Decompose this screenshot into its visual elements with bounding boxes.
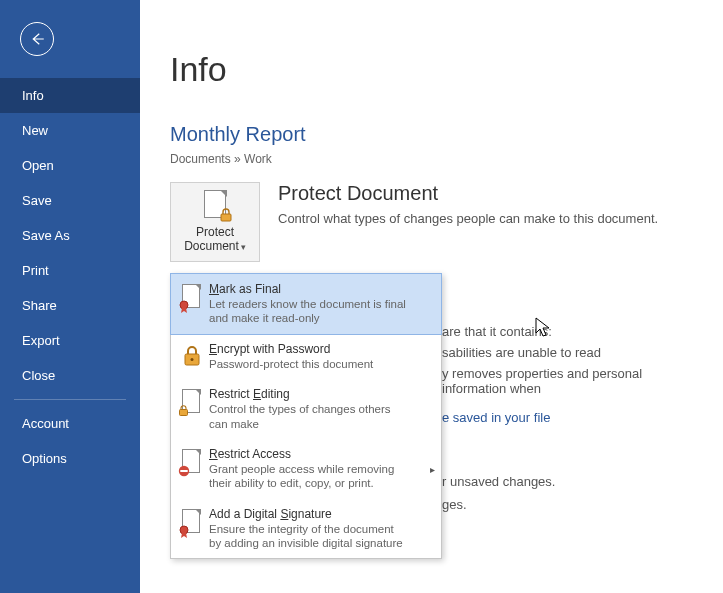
main-panel: Info Monthly Report Documents » Work Pro… bbox=[140, 0, 723, 593]
versions-line-1: r unsaved changes. bbox=[442, 474, 693, 489]
protect-section-body: Protect Document Control what types of c… bbox=[260, 182, 658, 226]
menu-item-desc: Grant people access while removing their… bbox=[209, 462, 409, 491]
nav-label: Info bbox=[22, 88, 44, 103]
nav-label: Close bbox=[22, 368, 55, 383]
nav-label: Save bbox=[22, 193, 52, 208]
protect-subtext: Control what types of changes people can… bbox=[278, 211, 658, 226]
menu-mark-as-final[interactable]: Mark as Final Let readers know the docum… bbox=[170, 273, 442, 335]
svg-rect-6 bbox=[180, 470, 187, 472]
nav-account[interactable]: Account bbox=[0, 406, 140, 441]
nav-label: Export bbox=[22, 333, 60, 348]
protect-section: Protect Document▾ Protect Document Contr… bbox=[170, 182, 693, 262]
menu-item-title: Restrict Access bbox=[209, 447, 433, 461]
inspect-section-partial: are that it contains: sabilities are una… bbox=[442, 324, 693, 426]
inspect-bullets: are that it contains: sabilities are una… bbox=[442, 324, 693, 396]
nav-options[interactable]: Options bbox=[0, 441, 140, 476]
menu-item-title: Encrypt with Password bbox=[209, 342, 433, 356]
menu-restrict-editing[interactable]: Restrict Editing Control the types of ch… bbox=[171, 379, 441, 439]
menu-item-title: Mark as Final bbox=[209, 282, 433, 296]
menu-item-desc: Password-protect this document bbox=[209, 357, 409, 371]
nav-print[interactable]: Print bbox=[0, 253, 140, 288]
nav-label: New bbox=[22, 123, 48, 138]
nav-share[interactable]: Share bbox=[0, 288, 140, 323]
sidebar: Info New Open Save Save As Print Share E… bbox=[0, 0, 140, 593]
document-path: Documents » Work bbox=[170, 152, 693, 166]
menu-encrypt-password[interactable]: Encrypt with Password Password-protect t… bbox=[171, 334, 441, 379]
menu-item-title: Add a Digital Signature bbox=[209, 507, 433, 521]
doc-lock-icon bbox=[179, 387, 205, 431]
svg-point-3 bbox=[191, 358, 194, 361]
protect-document-button[interactable]: Protect Document▾ bbox=[170, 182, 260, 262]
svg-point-1 bbox=[180, 301, 188, 309]
doc-ribbon-icon bbox=[179, 507, 205, 551]
backstage-view: Info New Open Save Save As Print Share E… bbox=[0, 0, 723, 593]
menu-item-title: Restrict Editing bbox=[209, 387, 433, 401]
versions-line-2: ges. bbox=[442, 497, 693, 512]
doc-no-entry-icon bbox=[179, 447, 205, 491]
nav-close[interactable]: Close bbox=[0, 358, 140, 393]
submenu-chevron-icon: ▸ bbox=[430, 463, 435, 474]
lock-icon bbox=[179, 342, 205, 371]
page-title: Info bbox=[170, 50, 693, 89]
inspect-link[interactable]: e saved in your file bbox=[442, 410, 550, 425]
protect-document-icon bbox=[201, 190, 229, 220]
svg-point-7 bbox=[180, 526, 188, 534]
inspect-bullet-1: sabilities are unable to read bbox=[442, 345, 693, 360]
nav-label: Account bbox=[22, 416, 69, 431]
arrow-left-icon bbox=[28, 30, 46, 48]
back-button[interactable] bbox=[20, 22, 54, 56]
tile-label: Protect Document▾ bbox=[171, 226, 259, 254]
nav-label: Open bbox=[22, 158, 54, 173]
nav-label: Save As bbox=[22, 228, 70, 243]
sidebar-separator bbox=[14, 399, 126, 400]
nav-label: Print bbox=[22, 263, 49, 278]
protect-document-menu: Mark as Final Let readers know the docum… bbox=[170, 273, 442, 559]
ribbon-badge-icon bbox=[179, 282, 205, 326]
nav-info[interactable]: Info bbox=[0, 78, 140, 113]
menu-add-digital-signature[interactable]: Add a Digital Signature Ensure the integ… bbox=[171, 499, 441, 559]
nav-label: Share bbox=[22, 298, 57, 313]
inspect-intro: are that it contains: bbox=[442, 324, 693, 339]
nav-label: Options bbox=[22, 451, 67, 466]
document-title: Monthly Report bbox=[170, 123, 693, 146]
nav-open[interactable]: Open bbox=[0, 148, 140, 183]
nav-new[interactable]: New bbox=[0, 113, 140, 148]
nav-save-as[interactable]: Save As bbox=[0, 218, 140, 253]
menu-restrict-access[interactable]: Restrict Access Grant people access whil… bbox=[171, 439, 441, 499]
nav-save[interactable]: Save bbox=[0, 183, 140, 218]
nav-export[interactable]: Export bbox=[0, 323, 140, 358]
menu-item-desc: Ensure the integrity of the document by … bbox=[209, 522, 409, 551]
svg-rect-4 bbox=[180, 410, 188, 416]
menu-item-desc: Control the types of changes others can … bbox=[209, 402, 409, 431]
protect-header: Protect Document bbox=[278, 182, 658, 205]
svg-rect-0 bbox=[221, 214, 231, 221]
inspect-bullet-2: y removes properties and personal inform… bbox=[442, 366, 693, 396]
menu-item-desc: Let readers know the document is final a… bbox=[209, 297, 409, 326]
